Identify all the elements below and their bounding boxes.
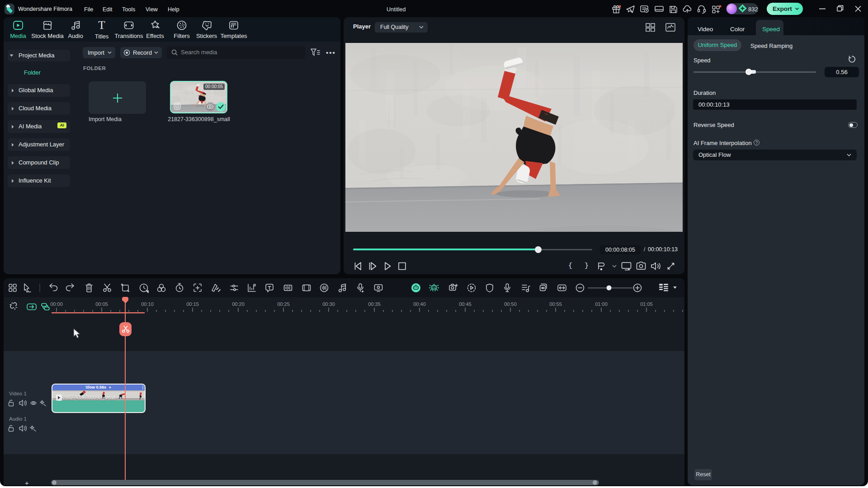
svg-text:00:10: 00:10: [141, 301, 154, 307]
svg-text:01:00: 01:00: [595, 301, 608, 307]
svg-text:00:30: 00:30: [322, 301, 335, 307]
svg-text:00:40: 00:40: [413, 301, 426, 307]
svg-text:00:05: 00:05: [95, 301, 108, 307]
svg-text:00:25: 00:25: [277, 301, 290, 307]
svg-text:00:55: 00:55: [549, 301, 562, 307]
svg-text:00:35: 00:35: [368, 301, 381, 307]
svg-text:00:00: 00:00: [50, 301, 63, 307]
svg-text:00:15: 00:15: [186, 301, 199, 307]
svg-text:00:20: 00:20: [232, 301, 245, 307]
svg-text:00:50: 00:50: [504, 301, 517, 307]
svg-text:01:05: 01:05: [640, 301, 653, 307]
svg-text:00:45: 00:45: [459, 301, 472, 307]
